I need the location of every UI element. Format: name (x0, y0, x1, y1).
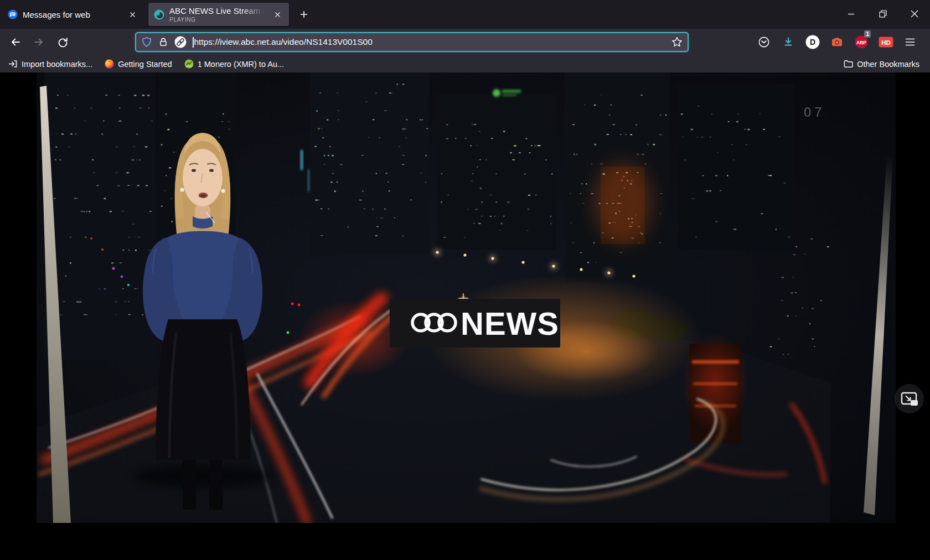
d-extension-icon: D (805, 35, 820, 49)
lock-icon[interactable] (158, 37, 168, 47)
tab-close-button[interactable] (271, 8, 283, 20)
monero-icon (184, 59, 194, 69)
tab-title: Messages for web (23, 10, 126, 19)
d-extension-button[interactable]: D (800, 32, 825, 52)
bookmark-label: 1 Monero (XMR) to Au... (198, 60, 284, 69)
firefox-icon (105, 59, 114, 69)
other-bookmarks-label: Other Bookmarks (857, 60, 919, 69)
bookmark-star-icon (671, 37, 683, 48)
news-logo-text: NEWS (461, 305, 559, 341)
camera-extension-icon (830, 35, 844, 49)
back-icon (11, 37, 20, 47)
hd-extension-button[interactable]: HD (874, 32, 898, 52)
bookmark-star-button[interactable] (671, 37, 683, 48)
bookmark-getting-started[interactable]: Getting Started (101, 58, 176, 70)
close-icon (911, 10, 918, 18)
menu-icon (905, 38, 915, 46)
other-bookmarks-button[interactable]: Other Bookmarks (840, 58, 923, 70)
messages-icon (8, 9, 18, 19)
permissions-link-icon[interactable] (174, 36, 187, 48)
bookmarks-bar: Import bookmarks... Getting Started (0, 55, 930, 72)
url-text[interactable]: https://iview.abc.net.au/video/NS1413V00… (194, 37, 672, 47)
window-controls (835, 0, 930, 28)
tab-playing-status: PLAYING (169, 16, 271, 23)
reload-button[interactable] (54, 33, 71, 51)
menu-button[interactable] (898, 32, 922, 52)
back-button[interactable] (7, 33, 24, 51)
downloads-button[interactable] (776, 32, 800, 52)
minimize-button[interactable] (835, 0, 867, 28)
text-cursor (193, 37, 194, 48)
tab-abc-news-live-stream[interactable]: ABC NEWS Live Stream : ABC ivi PLAYING (148, 3, 289, 26)
abp-badge: 1 (864, 30, 871, 38)
minimize-icon (848, 11, 855, 18)
pocket-button[interactable] (752, 32, 776, 52)
tab-close-button[interactable] (126, 8, 138, 20)
bookmark-monero[interactable]: 1 Monero (XMR) to Au... (180, 58, 288, 70)
browser-window: Messages for web ABC NEWS Live Stream : … (0, 0, 930, 560)
tab-messages-for-web[interactable]: Messages for web (2, 3, 144, 26)
navigation-toolbar: https://iview.abc.net.au/video/NS1413V00… (0, 29, 930, 55)
wall-corner-text: 07 (804, 105, 825, 120)
abc-news-banner: NEWS (390, 299, 560, 348)
download-icon (783, 37, 794, 48)
hd-extension-icon: HD (879, 37, 893, 48)
iview-icon (154, 9, 164, 20)
tab-bar: Messages for web ABC NEWS Live Stream : … (0, 0, 930, 29)
forward-icon (34, 37, 44, 47)
url-bar[interactable]: https://iview.abc.net.au/video/NS1413V00… (135, 32, 689, 52)
toolbar-extensions: D ABP 1 HD (752, 32, 922, 52)
tab-title: ABC NEWS Live Stream : ABC ivi (169, 6, 268, 15)
svg-text:ABP: ABP (856, 40, 866, 45)
svg-text:D: D (810, 38, 815, 46)
bookmark-label: Getting Started (118, 60, 172, 69)
new-tab-icon (300, 11, 308, 18)
screenshot-extension-button[interactable] (825, 32, 849, 52)
video-player[interactable]: 07 (0, 72, 930, 560)
bookmark-label: Import bookmarks... (22, 60, 92, 69)
restore-button[interactable] (867, 0, 898, 28)
pip-icon (900, 391, 919, 407)
close-window-button[interactable] (898, 0, 930, 28)
picture-in-picture-button[interactable] (895, 384, 924, 413)
bookmark-import[interactable]: Import bookmarks... (4, 58, 96, 70)
adblock-plus-button[interactable]: ABP 1 (849, 32, 874, 52)
restore-icon (879, 10, 887, 18)
forward-button[interactable] (30, 33, 48, 51)
svg-text:HD: HD (881, 39, 891, 46)
new-tab-button[interactable] (297, 7, 311, 22)
import-icon (8, 59, 18, 69)
page-content: 07 (0, 72, 930, 560)
folder-icon (844, 60, 853, 68)
pocket-icon (758, 37, 769, 48)
tracking-shield-icon[interactable] (141, 37, 152, 48)
close-icon (130, 12, 136, 18)
reload-icon (58, 37, 68, 48)
close-icon (275, 12, 281, 18)
